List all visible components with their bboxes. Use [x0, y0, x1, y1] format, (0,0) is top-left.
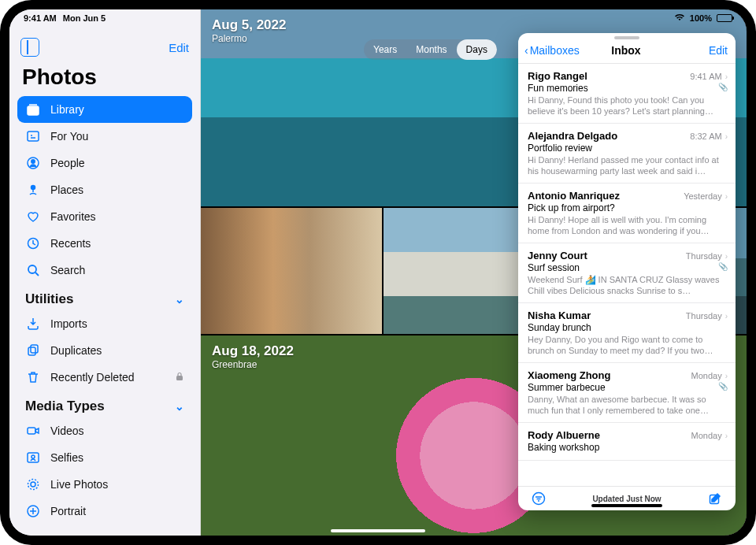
sidebar-item-label: Duplicates — [50, 344, 102, 357]
mail-time: 8:32 AM › — [690, 132, 728, 141]
svg-point-3 — [32, 160, 35, 163]
mail-message[interactable]: Xiaomeng ZhongMonday ›Summer barbecue 📎D… — [518, 363, 736, 423]
sidebar-item-selfies[interactable]: Selfies — [17, 444, 192, 471]
sidebar-item-imports[interactable]: Imports — [17, 310, 192, 337]
mail-subject: Sunday brunch — [528, 322, 728, 333]
mail-subject: Surf session 📎 — [528, 262, 728, 273]
mail-title: Inbox — [611, 44, 640, 57]
mail-message[interactable]: Nisha KumarThursday ›Sunday brunchHey Da… — [518, 303, 736, 363]
mail-compose-button[interactable] — [702, 491, 728, 506]
portrait-icon — [25, 503, 41, 519]
chevron-down-icon: ⌄ — [175, 400, 184, 413]
search-icon — [25, 262, 41, 278]
chevron-right-icon: › — [725, 372, 728, 380]
mail-time: Thursday › — [686, 311, 728, 321]
sidebar-item-label: Library — [50, 103, 84, 116]
sidebar-item-favorites[interactable]: Favorites — [17, 203, 192, 230]
svg-rect-8 — [31, 345, 38, 353]
sidebar-item-foryou[interactable]: For You — [17, 123, 192, 150]
attachment-icon: 📎 — [718, 83, 728, 91]
mail-sender: Rigo Rangel — [528, 70, 587, 82]
section-utilities[interactable]: Utilities ⌄ — [17, 284, 192, 310]
mail-message[interactable]: Jenny CourtThursday ›Surf session 📎Weeke… — [518, 243, 736, 303]
sidebar-item-portrait[interactable]: Portrait — [17, 498, 192, 525]
sidebar-item-label: Places — [50, 184, 83, 196]
mail-message[interactable]: Antonio ManriquezYesterday ›Pick up from… — [518, 184, 736, 243]
battery-percent: 100% — [690, 13, 712, 23]
people-icon — [25, 155, 41, 171]
sidebar-item-places[interactable]: Places — [17, 176, 192, 203]
mail-subject: Fun memories 📎 — [528, 83, 728, 94]
chevron-right-icon: › — [725, 432, 728, 440]
sidebar-item-recents[interactable]: Recents — [17, 230, 192, 257]
places-icon — [25, 182, 41, 198]
sidebar-item-label: Recents — [50, 237, 91, 250]
sidebar-item-label: Live Photos — [50, 478, 108, 491]
mail-time: Yesterday › — [684, 191, 728, 201]
segment-years[interactable]: Years — [364, 39, 406, 60]
mail-subject: Baking workshop — [528, 442, 728, 453]
svg-rect-0 — [28, 106, 39, 115]
svg-rect-10 — [28, 428, 35, 434]
chevron-left-icon: ‹ — [524, 44, 528, 57]
videos-icon — [25, 423, 41, 439]
sidebar-edit-button[interactable]: Edit — [169, 41, 189, 54]
app-title: Photos — [17, 61, 192, 96]
segment-months[interactable]: Months — [406, 39, 456, 60]
home-indicator[interactable] — [331, 529, 425, 532]
chevron-right-icon: › — [725, 252, 728, 261]
mail-message[interactable]: Rigo Rangel9:41 AM ›Fun memories 📎Hi Dan… — [518, 64, 736, 124]
sidebar-item-people[interactable]: People — [17, 150, 192, 176]
sidebar-item-recently-deleted[interactable]: Recently Deleted — [17, 364, 192, 391]
sidebar-item-label: Selfies — [50, 451, 83, 464]
sidebar-item-videos[interactable]: Videos — [17, 417, 192, 444]
tile-date: Aug 18, 2022 — [212, 343, 294, 359]
mail-message-list[interactable]: Rigo Rangel9:41 AM ›Fun memories 📎Hi Dan… — [518, 64, 736, 486]
sidebar-item-label: Search — [50, 264, 85, 276]
svg-rect-11 — [28, 453, 39, 462]
chevron-right-icon: › — [725, 132, 728, 141]
sidebar-item-duplicates[interactable]: Duplicates — [17, 337, 192, 364]
svg-point-13 — [31, 482, 35, 487]
sidebar-item-library[interactable]: Library — [17, 96, 192, 123]
mail-time: 9:41 AM › — [690, 72, 728, 81]
mail-back-button[interactable]: ‹ Mailboxes — [524, 44, 611, 57]
tile-location: Palermo — [212, 33, 287, 44]
library-icon — [25, 102, 41, 117]
sidebar-item-live-photos[interactable]: Live Photos — [17, 471, 192, 498]
sidebar: Edit Photos Library For You People — [9, 9, 201, 536]
attachment-icon: 📎 — [718, 382, 728, 391]
mail-preview: Hi Danny! Herland passed me your contact… — [528, 154, 728, 176]
sidebar-item-search[interactable]: Search — [17, 257, 192, 284]
mail-message[interactable]: Rody AlbuerneMonday ›Baking workshop — [518, 423, 736, 461]
svg-rect-9 — [176, 376, 183, 380]
mail-sender: Xiaomeng Zhong — [528, 369, 610, 381]
section-media-types[interactable]: Media Types ⌄ — [17, 391, 192, 417]
status-time: 9:41 AM — [24, 13, 57, 23]
sidebar-item-label: People — [50, 157, 85, 169]
photo-tile[interactable] — [201, 208, 382, 334]
mail-subject: Portfolio review — [528, 143, 728, 154]
favorites-icon — [25, 209, 41, 224]
mail-filter-button[interactable] — [526, 491, 551, 506]
sidebar-item-label: Imports — [50, 317, 87, 330]
mail-subject: Summer barbecue 📎 — [528, 382, 728, 393]
mail-sender: Alejandra Delgado — [528, 130, 617, 142]
lock-icon — [175, 371, 184, 384]
panel-home-indicator[interactable] — [591, 504, 662, 507]
mail-preview: Hey Danny, Do you and Rigo want to come … — [528, 334, 728, 356]
live-photos-icon — [25, 476, 41, 492]
sidebar-item-label: Videos — [50, 425, 84, 437]
mail-preview: Weekend Surf 🏄 IN SANTA CRUZ Glassy wave… — [528, 274, 728, 296]
mail-time: Thursday › — [686, 251, 728, 261]
chevron-right-icon: › — [725, 312, 728, 321]
sidebar-item-label: Favorites — [50, 210, 96, 223]
imports-icon — [25, 316, 41, 332]
mail-message[interactable]: Alejandra Delgado8:32 AM ›Portfolio revi… — [518, 124, 736, 184]
sidebar-toggle-button[interactable] — [20, 38, 39, 57]
segment-days[interactable]: Days — [457, 39, 497, 60]
mail-preview: Danny, What an awesome barbecue. It was … — [528, 394, 728, 416]
mail-slideover: ‹ Mailboxes Inbox Edit Rigo Rangel9:41 A… — [518, 33, 736, 510]
mail-edit-button[interactable]: Edit — [641, 44, 728, 57]
mail-sender: Jenny Court — [528, 250, 587, 261]
